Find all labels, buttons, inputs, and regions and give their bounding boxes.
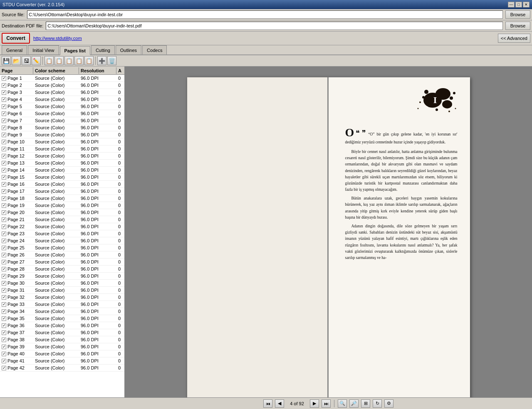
list-item[interactable]: ✓ Page 1 Source (Color) 96.0 DPI 0: [0, 75, 124, 82]
list-item[interactable]: ✓ Page 30 Source (Color) 96.0 DPI 0: [0, 280, 124, 287]
tab-general[interactable]: General: [2, 45, 27, 54]
save2-icon[interactable]: 🖫: [22, 56, 31, 65]
list-item[interactable]: ✓ Page 41 Source (Color) 96.0 DPI 0: [0, 357, 124, 365]
list-item[interactable]: ✓ Page 12 Source (Color) 96.0 DPI 0: [0, 153, 124, 160]
list-item[interactable]: ✓ Page 26 Source (Color) 96.0 DPI 0: [0, 251, 124, 259]
convert-button[interactable]: Convert: [2, 33, 30, 44]
list-item[interactable]: ✓ Page 13 Source (Color) 96.0 DPI 0: [0, 160, 124, 167]
save-icon[interactable]: 💾: [2, 56, 11, 65]
page-icon-5[interactable]: 📋: [84, 56, 94, 65]
destination-input[interactable]: [46, 22, 503, 30]
last-page-button[interactable]: ⏭: [322, 399, 331, 408]
next-page-button[interactable]: ▶: [310, 399, 319, 408]
fit-icon[interactable]: ⊞: [361, 399, 370, 408]
page-checkbox[interactable]: ✓: [2, 76, 6, 81]
page-checkbox[interactable]: ✓: [2, 323, 6, 328]
page-checkbox[interactable]: ✓: [2, 224, 6, 229]
list-item[interactable]: ✓ Page 29 Source (Color) 96.0 DPI 0: [0, 273, 124, 280]
edit-icon[interactable]: ✏️: [32, 56, 41, 65]
list-item[interactable]: ✓ Page 20 Source (Color) 96.0 DPI 0: [0, 209, 124, 216]
list-item[interactable]: ✓ Page 42 Source (Color) 96.0 DPI 0: [0, 365, 124, 372]
list-item[interactable]: ✓ Page 25 Source (Color) 96.0 DPI 0: [0, 244, 124, 251]
tab-codecs[interactable]: Codecs: [142, 45, 167, 54]
page-checkbox[interactable]: ✓: [2, 246, 6, 250]
page-icon-3[interactable]: 📋: [64, 56, 74, 65]
tab-initial-view[interactable]: Initial View: [28, 45, 59, 54]
page-checkbox[interactable]: ✓: [2, 118, 6, 123]
list-item[interactable]: ✓ Page 16 Source (Color) 96.0 DPI 0: [0, 181, 124, 188]
list-item[interactable]: ✓ Page 27 Source (Color) 96.0 DPI 0: [0, 259, 124, 266]
page-checkbox[interactable]: ✓: [2, 267, 6, 271]
page-checkbox[interactable]: ✓: [2, 253, 6, 257]
list-item[interactable]: ✓ Page 28 Source (Color) 96.0 DPI 0: [0, 266, 124, 273]
open-icon[interactable]: 📂: [12, 56, 21, 65]
page-checkbox[interactable]: ✓: [2, 366, 6, 370]
list-item[interactable]: ✓ Page 2 Source (Color) 96.0 DPI 0: [0, 82, 124, 89]
tab-outlines[interactable]: Outlines: [116, 45, 141, 54]
list-item[interactable]: ✓ Page 33 Source (Color) 96.0 DPI 0: [0, 301, 124, 308]
list-item[interactable]: ✓ Page 36 Source (Color) 96.0 DPI 0: [0, 322, 124, 329]
page-checkbox[interactable]: ✓: [2, 359, 6, 363]
page-checkbox[interactable]: ✓: [2, 260, 6, 264]
rotate-icon[interactable]: ↻: [373, 399, 382, 408]
list-item[interactable]: ✓ Page 35 Source (Color) 96.0 DPI 0: [0, 315, 124, 322]
page-checkbox[interactable]: ✓: [2, 295, 6, 300]
page-checkbox[interactable]: ✓: [2, 147, 6, 151]
page-checkbox[interactable]: ✓: [2, 111, 6, 116]
prev-page-button[interactable]: ◀: [275, 399, 284, 408]
page-checkbox[interactable]: ✓: [2, 203, 6, 208]
list-item[interactable]: ✓ Page 4 Source (Color) 96.0 DPI 0: [0, 96, 124, 103]
page-checkbox[interactable]: ✓: [2, 288, 6, 293]
page-checkbox[interactable]: ✓: [2, 104, 6, 109]
list-item[interactable]: ✓ Page 7 Source (Color) 96.0 DPI 0: [0, 117, 124, 124]
page-checkbox[interactable]: ✓: [2, 352, 6, 356]
list-item[interactable]: ✓ Page 18 Source (Color) 96.0 DPI 0: [0, 195, 124, 202]
list-item[interactable]: ✓ Page 3 Source (Color) 96.0 DPI 0: [0, 89, 124, 96]
page-checkbox[interactable]: ✓: [2, 97, 6, 102]
page-checkbox[interactable]: ✓: [2, 345, 6, 349]
page-checkbox[interactable]: ✓: [2, 168, 6, 172]
advanced-button[interactable]: << Advanced: [498, 34, 530, 43]
tab-pages-list[interactable]: Pages list: [60, 46, 90, 55]
settings-icon[interactable]: ⚙: [384, 399, 393, 408]
page-checkbox[interactable]: ✓: [2, 274, 6, 278]
list-item[interactable]: ✓ Page 40 Source (Color) 96.0 DPI 0: [0, 350, 124, 357]
list-item[interactable]: ✓ Page 9 Source (Color) 96.0 DPI 0: [0, 131, 124, 138]
zoom-icon-1[interactable]: 🔍: [338, 399, 347, 408]
page-checkbox[interactable]: ✓: [2, 302, 6, 307]
list-item[interactable]: ✓ Page 6 Source (Color) 96.0 DPI 0: [0, 110, 124, 117]
zoom-icon-2[interactable]: 🔎: [349, 399, 359, 408]
list-item[interactable]: ✓ Page 21 Source (Color) 96.0 DPI 0: [0, 216, 124, 223]
list-item[interactable]: ✓ Page 17 Source (Color) 96.0 DPI 0: [0, 188, 124, 195]
page-checkbox[interactable]: ✓: [2, 182, 6, 187]
page-checkbox[interactable]: ✓: [2, 175, 6, 180]
first-page-button[interactable]: ⏮: [263, 399, 272, 408]
page-checkbox[interactable]: ✓: [2, 217, 6, 222]
source-input[interactable]: [27, 10, 503, 19]
page-icon-1[interactable]: 📋: [45, 56, 54, 65]
list-item[interactable]: ✓ Page 19 Source (Color) 96.0 DPI 0: [0, 202, 124, 209]
list-item[interactable]: ✓ Page 10 Source (Color) 96.0 DPI 0: [0, 138, 124, 145]
list-item[interactable]: ✓ Page 32 Source (Color) 96.0 DPI 0: [0, 294, 124, 301]
list-item[interactable]: ✓ Page 24 Source (Color) 96.0 DPI 0: [0, 237, 124, 244]
page-checkbox[interactable]: ✓: [2, 239, 6, 243]
page-checkbox[interactable]: ✓: [2, 126, 6, 130]
page-checkbox[interactable]: ✓: [2, 154, 6, 158]
page-checkbox[interactable]: ✓: [2, 161, 6, 165]
list-item[interactable]: ✓ Page 11 Source (Color) 96.0 DPI 0: [0, 145, 124, 153]
list-item[interactable]: ✓ Page 34 Source (Color) 96.0 DPI 0: [0, 308, 124, 315]
list-item[interactable]: ✓ Page 31 Source (Color) 96.0 DPI 0: [0, 287, 124, 294]
list-item[interactable]: ✓ Page 5 Source (Color) 96.0 DPI 0: [0, 103, 124, 110]
destination-browse-button[interactable]: Browse: [505, 22, 530, 30]
delete-icon[interactable]: 🗑️: [107, 56, 116, 65]
page-checkbox[interactable]: ✓: [2, 83, 6, 88]
page-checkbox[interactable]: ✓: [2, 90, 6, 95]
close-button[interactable]: ✕: [523, 2, 530, 7]
list-item[interactable]: ✓ Page 8 Source (Color) 96.0 DPI 0: [0, 124, 124, 131]
page-checkbox[interactable]: ✓: [2, 309, 6, 314]
list-item[interactable]: ✓ Page 23 Source (Color) 96.0 DPI 0: [0, 230, 124, 237]
page-checkbox[interactable]: ✓: [2, 232, 6, 236]
source-browse-button[interactable]: Browse: [505, 10, 530, 19]
page-checkbox[interactable]: ✓: [2, 330, 6, 335]
page-checkbox[interactable]: ✓: [2, 338, 6, 342]
